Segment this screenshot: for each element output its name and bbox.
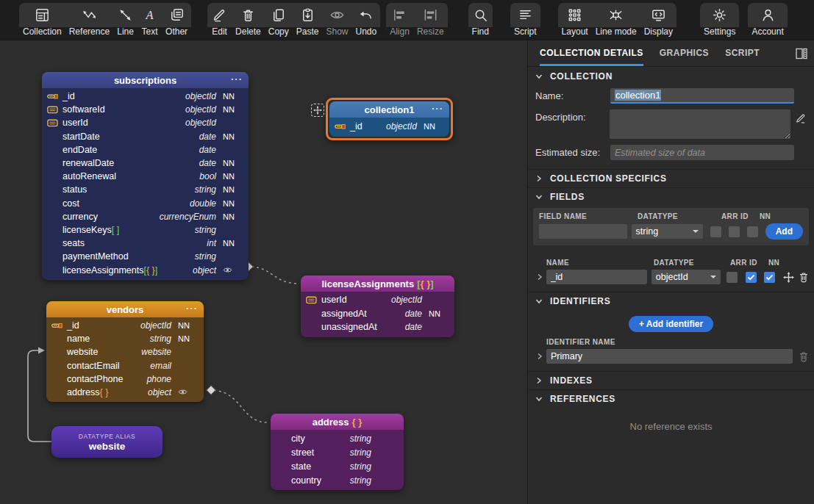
datatype-alias-website[interactable]: DATATYPE ALIAS website	[51, 426, 163, 458]
add-field-button[interactable]: Add	[765, 223, 803, 240]
toolbar-layout-button[interactable]: Layout	[558, 3, 592, 38]
estimated-size-input[interactable]	[610, 145, 794, 160]
expand-field-icon[interactable]	[533, 273, 546, 281]
field-row-_id[interactable]: _idobjectIdNN	[42, 90, 249, 103]
field-row-contactEmail[interactable]: contactEmailemail	[46, 359, 204, 372]
field-datatype-select[interactable]: objectId	[651, 270, 721, 284]
delete-field-icon[interactable]	[799, 272, 809, 283]
field-row-contactPhone[interactable]: contactPhonephone	[46, 372, 204, 386]
toolbar-reference-button[interactable]: Reference	[65, 3, 113, 38]
panel-toggle-icon[interactable]	[795, 47, 808, 63]
toolbar-account-button[interactable]: Account	[748, 3, 787, 38]
field-row-startDate[interactable]: startDatedateNN	[42, 130, 249, 143]
field-row-address[interactable]: address{ }object	[46, 386, 204, 399]
visibility-eye-icon[interactable]	[178, 387, 188, 397]
table-header-licenseAssignments[interactable]: licenseAssignments[{ }]	[301, 276, 454, 292]
connector-diamond-vendors[interactable]	[207, 386, 216, 395]
field-row-licenseKeys[interactable]: licenseKeys[ ]string	[42, 223, 249, 237]
section-fields[interactable]: FIELDS	[528, 187, 814, 206]
toolbar-delete-button[interactable]: Delete	[232, 3, 265, 38]
toolbar-edit-button[interactable]: Edit	[207, 3, 232, 38]
table-header-vendors[interactable]: vendors···	[46, 301, 204, 317]
toolbar-settings-button[interactable]: Settings	[700, 3, 739, 38]
new-field-id-checkbox[interactable]	[729, 226, 740, 237]
section-collection-specifics[interactable]: COLLECTION SPECIFICS	[528, 169, 814, 187]
field-row-state[interactable]: statestring	[271, 459, 404, 473]
field-id-checkbox[interactable]	[746, 272, 757, 283]
field-row-softwareId[interactable]: softwareIdobjectIdNN	[42, 103, 249, 116]
table-menu-icon[interactable]: ···	[231, 72, 243, 87]
table-licenseAssignments[interactable]: licenseAssignments[{ }]userIdobjectIdass…	[301, 276, 454, 337]
new-field-datatype-select[interactable]: string	[632, 224, 703, 239]
field-row-name[interactable]: namestringNN	[46, 332, 204, 345]
field-row-userId[interactable]: userIdobjectId	[301, 293, 454, 307]
new-field-arr-checkbox[interactable]	[710, 226, 721, 237]
table-vendors[interactable]: vendors···_idobjectIdNNnamestringNNwebsi…	[46, 301, 204, 402]
toolbar-resize-button[interactable]: Resize	[413, 3, 448, 38]
table-menu-icon[interactable]: ···	[186, 301, 198, 316]
toolbar-collection-button[interactable]: Collection	[19, 3, 65, 38]
toolbar-linemode-button[interactable]: Line mode	[592, 3, 640, 38]
table-header-collection1[interactable]: collection1···	[329, 101, 449, 118]
table-address[interactable]: address{ }citystringstreetstringstatestr…	[271, 414, 404, 490]
table-collection1[interactable]: collection1···_idobjectIdNN	[326, 98, 453, 140]
chevron-right-icon	[535, 377, 543, 384]
field-row-cost[interactable]: costdoubleNN	[42, 197, 249, 210]
section-indexes[interactable]: INDEXES	[528, 371, 814, 389]
field-arr-checkbox[interactable]	[726, 272, 738, 283]
tab-collection-details[interactable]: COLLECTION DETAILS	[540, 40, 643, 66]
table-subscriptions[interactable]: subscriptions···_idobjectIdNNsoftwareIdo…	[42, 72, 249, 280]
field-row-country[interactable]: countrystring	[271, 473, 404, 487]
field-row-licenseAssignments[interactable]: licenseAssignments[{ }]object	[42, 263, 249, 276]
field-row-street[interactable]: streetstring	[271, 445, 404, 459]
toolbar-text-button[interactable]: AText	[138, 3, 162, 38]
collection-name-input[interactable]: collection1	[610, 88, 794, 104]
visibility-eye-icon[interactable]	[223, 265, 232, 276]
tab-graphics[interactable]: GRAPHICS	[660, 40, 709, 66]
expand-identifier-icon[interactable]	[533, 353, 546, 360]
field-row-userId[interactable]: userIdobjectId	[42, 116, 249, 129]
field-row-city[interactable]: citystring	[271, 431, 404, 445]
toolbar-align-button[interactable]: Align	[386, 3, 413, 38]
toolbar-copy-button[interactable]: Copy	[265, 3, 293, 38]
table-menu-icon[interactable]: ···	[432, 101, 443, 116]
toolbar-find-button[interactable]: Find	[468, 3, 493, 38]
diagram-canvas[interactable]: subscriptions···_idobjectIdNNsoftwareIdo…	[0, 40, 526, 504]
field-row-paymentMethod[interactable]: paymentMethodstring	[42, 250, 249, 263]
add-identifier-button[interactable]: + Add identifier	[629, 316, 713, 332]
field-row-renewalDate[interactable]: renewalDatedateNN	[42, 156, 249, 170]
toolbar-display-button[interactable]: Display	[640, 3, 676, 38]
field-row-autoRenewal[interactable]: autoRenewalboolNN	[42, 170, 249, 183]
delete-identifier-icon[interactable]	[799, 351, 809, 362]
tab-script[interactable]: SCRIPT	[725, 40, 760, 66]
field-row-status[interactable]: statusstringNN	[42, 183, 249, 196]
field-row-endDate[interactable]: endDatedate	[42, 143, 249, 156]
toolbar-show-button[interactable]: Show	[322, 3, 351, 38]
toolbar-other-button[interactable]: Other	[162, 3, 191, 38]
table-header-address[interactable]: address{ }	[271, 414, 404, 430]
field-nn-checkbox[interactable]	[764, 272, 775, 283]
table-header-subscriptions[interactable]: subscriptions···	[42, 72, 249, 88]
edit-description-icon[interactable]	[795, 112, 807, 124]
toolbar-line-button[interactable]: Line	[113, 3, 138, 38]
toolbar-script-button[interactable]: Script	[510, 3, 540, 38]
description-textarea[interactable]	[610, 109, 790, 139]
field-name-input[interactable]	[546, 270, 647, 284]
field-row-_id[interactable]: _idobjectIdNN	[46, 319, 204, 332]
section-references[interactable]: REFERENCES	[528, 389, 814, 408]
identifier-name-input[interactable]	[546, 349, 793, 364]
section-identifiers[interactable]: IDENTIFIERS	[528, 292, 814, 310]
field-row-assignedAt[interactable]: assignedAtdateNN	[301, 307, 454, 321]
toolbar-paste-button[interactable]: Paste	[293, 3, 323, 38]
new-field-name-input[interactable]	[539, 224, 627, 239]
move-handle-icon[interactable]	[311, 104, 324, 117]
field-row-unassignedAt[interactable]: unassignedAtdate	[301, 320, 454, 334]
section-collection[interactable]: COLLECTION	[528, 67, 814, 85]
move-field-icon[interactable]	[783, 272, 794, 283]
field-row-website[interactable]: websitewebsite	[46, 345, 204, 359]
field-row-_id[interactable]: _idobjectIdNN	[329, 119, 449, 134]
field-row-currency[interactable]: currencycurrencyEnumNN	[42, 210, 249, 223]
field-row-seats[interactable]: seatsintNN	[42, 237, 249, 250]
toolbar-undo-button[interactable]: Undo	[352, 3, 381, 38]
new-field-nn-checkbox[interactable]	[747, 226, 758, 237]
